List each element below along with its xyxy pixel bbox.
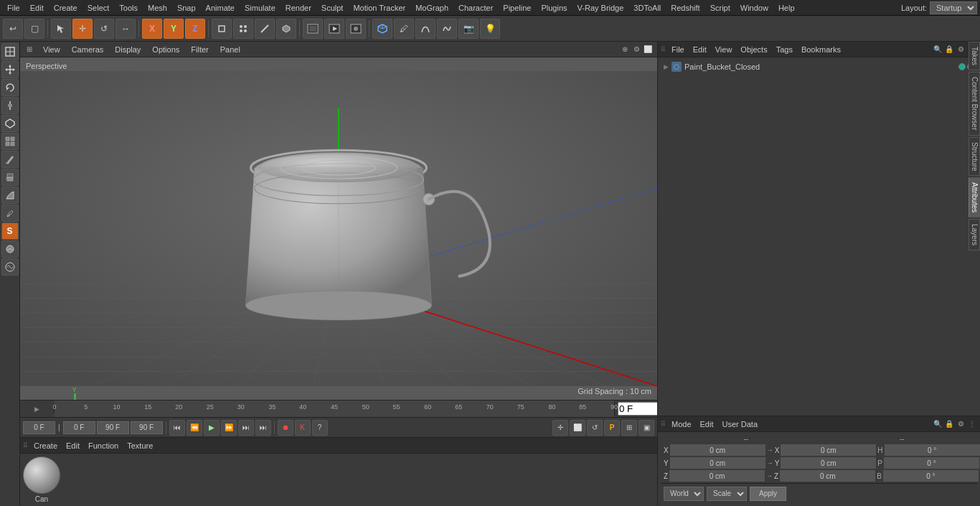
z-pos-input[interactable] — [669, 470, 765, 482]
objects-view-menu[interactable]: View — [712, 44, 735, 55]
attr-mode-menu[interactable]: Mode — [669, 419, 694, 429]
material-function-menu[interactable]: Function — [85, 441, 121, 451]
expand-icon[interactable]: ⊕ — [620, 44, 630, 55]
timeline-grid[interactable]: ⊞ — [621, 420, 637, 436]
menu-select[interactable]: Select — [83, 2, 114, 14]
timeline-record2[interactable]: ▣ — [639, 420, 654, 436]
material-item-can[interactable]: Can — [23, 456, 60, 503]
sidebar-btn-grid[interactable] — [1, 133, 19, 150]
maximize-icon[interactable]: ⬜ — [643, 44, 653, 55]
y-pos-input[interactable] — [670, 457, 765, 469]
step-forward-button[interactable]: ⏩ — [221, 420, 237, 436]
menu-edit[interactable]: Edit — [26, 2, 48, 14]
menu-redshift[interactable]: Redshift — [666, 2, 704, 14]
menu-window[interactable]: Window — [736, 2, 773, 14]
viewport-menu-icon[interactable]: ⊞ — [24, 44, 34, 55]
cube-button[interactable] — [372, 19, 392, 39]
pen-button[interactable]: 🖊 — [394, 19, 414, 39]
sidebar-btn-pen[interactable]: 🖊 — [1, 205, 19, 222]
timeline-loop[interactable]: ↺ — [587, 420, 603, 436]
menu-plugins[interactable]: Plugins — [537, 2, 571, 14]
z-axis-button[interactable]: Z — [185, 19, 205, 39]
sidebar-btn-poly[interactable] — [1, 115, 19, 132]
move-tool-button[interactable]: ✛ — [72, 19, 93, 39]
material-texture-menu[interactable]: Texture — [124, 441, 156, 451]
goto-start-button[interactable]: ⏮ — [169, 420, 185, 436]
goto-end2-button[interactable]: ⏭ — [255, 420, 271, 436]
menu-simulate[interactable]: Simulate — [240, 2, 280, 14]
sidebar-btn-scale[interactable] — [1, 97, 19, 114]
menu-tools[interactable]: Tools — [115, 2, 142, 14]
new-scene-button[interactable]: ▢ — [24, 19, 44, 39]
b-input[interactable] — [883, 470, 979, 482]
menu-mograph[interactable]: MoGraph — [411, 2, 453, 14]
bezier-button[interactable] — [415, 19, 435, 39]
apply-button[interactable]: Apply — [750, 487, 786, 501]
timeline-view2[interactable]: ⬜ — [570, 420, 585, 436]
attr-settings-icon[interactable]: ⚙ — [956, 419, 966, 429]
viewport-view-menu[interactable]: View — [40, 44, 63, 55]
current-frame-input[interactable] — [618, 402, 657, 416]
menu-help[interactable]: Help — [774, 2, 799, 14]
y-rot-input[interactable] — [781, 457, 876, 469]
edge-mode-button[interactable] — [255, 19, 275, 39]
point-mode-button[interactable] — [233, 19, 253, 39]
x-rot-input[interactable] — [781, 444, 876, 456]
menu-sculpt[interactable]: Sculpt — [317, 2, 348, 14]
render-region-button[interactable] — [303, 19, 323, 39]
viewport-panel-menu[interactable]: Panel — [217, 44, 243, 55]
help-button[interactable]: ? — [312, 420, 328, 436]
visible-editor-dot[interactable] — [958, 63, 966, 70]
vtab-structure[interactable]: Structure — [969, 137, 980, 177]
viewport-options-menu[interactable]: Options — [149, 44, 182, 55]
start-frame-input[interactable] — [23, 421, 55, 434]
menu-3dtoall[interactable]: 3DToAll — [629, 2, 665, 14]
menu-animate[interactable]: Animate — [202, 2, 239, 14]
x-axis-button[interactable]: X — [142, 19, 162, 39]
timeline-ruler[interactable]: 0 5 10 15 20 25 30 35 40 45 50 55 60 65 … — [55, 400, 614, 417]
render-active-button[interactable] — [324, 19, 344, 39]
menu-pipeline[interactable]: Pipeline — [499, 2, 535, 14]
sidebar-btn-move[interactable] — [1, 61, 19, 78]
light-button[interactable]: 💡 — [480, 19, 500, 39]
objects-file-menu[interactable]: File — [669, 44, 687, 55]
scale-dropdown[interactable]: Scale — [707, 487, 747, 501]
menu-render[interactable]: Render — [281, 2, 316, 14]
search-icon[interactable]: 🔍 — [933, 44, 943, 55]
material-create-menu[interactable]: Create — [31, 441, 60, 451]
objects-settings-icon[interactable]: ⚙ — [956, 44, 966, 55]
timeline-p[interactable]: P — [604, 420, 620, 436]
h-input[interactable] — [885, 444, 980, 456]
sidebar-btn-sculpt[interactable] — [1, 240, 19, 258]
menu-motion-tracker[interactable]: Motion Tracker — [349, 2, 410, 14]
sidebar-btn-knife[interactable] — [1, 151, 19, 168]
goto-end-button[interactable]: ⏭ — [238, 420, 254, 436]
p-input[interactable] — [884, 457, 979, 469]
objects-objects-menu[interactable]: Objects — [738, 44, 770, 55]
viewport-filter-menu[interactable]: Filter — [188, 44, 211, 55]
autokey-button[interactable]: K — [295, 420, 311, 436]
select-tool-button[interactable] — [51, 19, 71, 39]
step-back-button[interactable]: ⏪ — [187, 420, 202, 436]
object-item-paint-bucket[interactable]: ▶ ◯ Paint_Bucket_Closed — [661, 60, 977, 73]
attr-dots-icon[interactable]: ⋮ — [967, 419, 977, 429]
menu-snap[interactable]: Snap — [173, 2, 200, 14]
spline-button[interactable] — [437, 19, 457, 39]
camera-button[interactable]: 📷 — [458, 19, 479, 39]
play-forward-button[interactable]: ▶ — [204, 420, 220, 436]
render-to-picture-button[interactable] — [346, 19, 366, 39]
menu-file[interactable]: File — [3, 2, 24, 14]
y-axis-button[interactable]: Y — [164, 19, 184, 39]
world-dropdown[interactable]: World — [664, 487, 704, 501]
record-button[interactable]: ⏺ — [278, 420, 293, 436]
polygon-mode-button[interactable] — [276, 19, 296, 39]
attr-lock-icon[interactable]: 🔒 — [944, 419, 954, 429]
menu-script[interactable]: Script — [706, 2, 735, 14]
x-pos-input[interactable] — [670, 444, 765, 456]
scale-tool-button[interactable]: ↺ — [94, 19, 114, 39]
menu-mesh[interactable]: Mesh — [143, 2, 171, 14]
menu-vray[interactable]: V-Ray Bridge — [573, 2, 628, 14]
objects-edit-menu[interactable]: Edit — [690, 44, 710, 55]
attr-search-icon[interactable]: 🔍 — [933, 419, 943, 429]
sidebar-btn-0[interactable] — [1, 43, 19, 60]
